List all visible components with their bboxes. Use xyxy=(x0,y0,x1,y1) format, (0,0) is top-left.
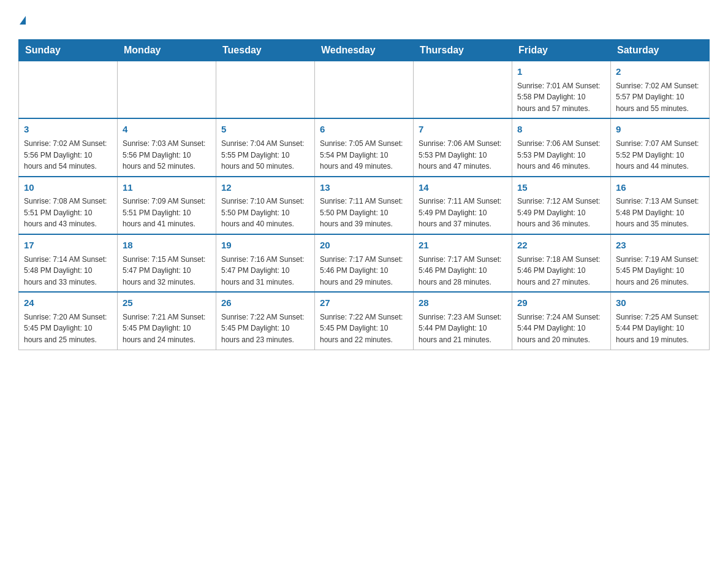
calendar-cell: 29Sunrise: 7:24 AM Sunset: 5:44 PM Dayli… xyxy=(512,292,611,350)
day-info: Sunrise: 7:24 AM Sunset: 5:44 PM Dayligh… xyxy=(517,312,605,346)
calendar-cell: 18Sunrise: 7:15 AM Sunset: 5:47 PM Dayli… xyxy=(118,234,216,292)
day-number: 10 xyxy=(24,181,112,195)
day-number: 3 xyxy=(24,123,112,137)
day-number: 7 xyxy=(419,123,507,137)
calendar-cell: 19Sunrise: 7:16 AM Sunset: 5:47 PM Dayli… xyxy=(216,234,315,292)
calendar-week-row: 10Sunrise: 7:08 AM Sunset: 5:51 PM Dayli… xyxy=(19,177,710,234)
day-number: 2 xyxy=(616,65,704,79)
day-info: Sunrise: 7:19 AM Sunset: 5:45 PM Dayligh… xyxy=(616,254,704,288)
logo-general-text xyxy=(18,12,26,27)
calendar-cell xyxy=(315,61,414,119)
day-number: 11 xyxy=(123,181,211,195)
day-number: 8 xyxy=(517,123,605,137)
day-info: Sunrise: 7:15 AM Sunset: 5:47 PM Dayligh… xyxy=(123,254,211,288)
calendar-cell: 5Sunrise: 7:04 AM Sunset: 5:55 PM Daylig… xyxy=(216,118,315,176)
day-number: 22 xyxy=(517,239,605,253)
weekday-header-thursday: Thursday xyxy=(414,40,512,61)
calendar-cell: 22Sunrise: 7:18 AM Sunset: 5:46 PM Dayli… xyxy=(512,234,611,292)
calendar-cell: 13Sunrise: 7:11 AM Sunset: 5:50 PM Dayli… xyxy=(315,177,414,234)
weekday-header-sunday: Sunday xyxy=(19,40,118,61)
day-info: Sunrise: 7:17 AM Sunset: 5:46 PM Dayligh… xyxy=(419,254,507,288)
day-number: 23 xyxy=(616,239,704,253)
day-info: Sunrise: 7:17 AM Sunset: 5:46 PM Dayligh… xyxy=(320,254,408,288)
day-number: 6 xyxy=(320,123,408,137)
day-info: Sunrise: 7:23 AM Sunset: 5:44 PM Dayligh… xyxy=(419,312,507,346)
weekday-header-row: SundayMondayTuesdayWednesdayThursdayFrid… xyxy=(19,40,710,61)
day-number: 26 xyxy=(221,296,309,310)
day-info: Sunrise: 7:13 AM Sunset: 5:48 PM Dayligh… xyxy=(616,196,704,230)
calendar-cell: 1Sunrise: 7:01 AM Sunset: 5:58 PM Daylig… xyxy=(512,61,611,119)
day-number: 30 xyxy=(616,296,704,310)
logo-triangle-icon xyxy=(20,16,26,25)
day-number: 14 xyxy=(419,181,507,195)
day-info: Sunrise: 7:02 AM Sunset: 5:56 PM Dayligh… xyxy=(24,138,112,172)
calendar-cell: 25Sunrise: 7:21 AM Sunset: 5:45 PM Dayli… xyxy=(118,292,216,350)
calendar-cell: 9Sunrise: 7:07 AM Sunset: 5:52 PM Daylig… xyxy=(611,118,710,176)
day-info: Sunrise: 7:08 AM Sunset: 5:51 PM Dayligh… xyxy=(24,196,112,230)
weekday-header-saturday: Saturday xyxy=(611,40,710,61)
day-info: Sunrise: 7:18 AM Sunset: 5:46 PM Dayligh… xyxy=(517,254,605,288)
calendar-cell xyxy=(19,61,118,119)
day-info: Sunrise: 7:21 AM Sunset: 5:45 PM Dayligh… xyxy=(123,312,211,346)
day-number: 28 xyxy=(419,296,507,310)
day-info: Sunrise: 7:16 AM Sunset: 5:47 PM Dayligh… xyxy=(221,254,309,288)
calendar-cell: 28Sunrise: 7:23 AM Sunset: 5:44 PM Dayli… xyxy=(414,292,512,350)
calendar-cell: 8Sunrise: 7:06 AM Sunset: 5:53 PM Daylig… xyxy=(512,118,611,176)
calendar-cell: 7Sunrise: 7:06 AM Sunset: 5:53 PM Daylig… xyxy=(414,118,512,176)
calendar-cell: 6Sunrise: 7:05 AM Sunset: 5:54 PM Daylig… xyxy=(315,118,414,176)
calendar-cell: 10Sunrise: 7:08 AM Sunset: 5:51 PM Dayli… xyxy=(19,177,118,234)
day-number: 24 xyxy=(24,296,112,310)
day-info: Sunrise: 7:01 AM Sunset: 5:58 PM Dayligh… xyxy=(517,80,605,115)
day-number: 9 xyxy=(616,123,704,137)
weekday-header-wednesday: Wednesday xyxy=(315,40,414,61)
calendar-week-row: 24Sunrise: 7:20 AM Sunset: 5:45 PM Dayli… xyxy=(19,292,710,350)
day-number: 15 xyxy=(517,181,605,195)
calendar-cell xyxy=(414,61,512,119)
calendar-cell: 12Sunrise: 7:10 AM Sunset: 5:50 PM Dayli… xyxy=(216,177,315,234)
day-info: Sunrise: 7:11 AM Sunset: 5:50 PM Dayligh… xyxy=(320,196,408,230)
day-number: 12 xyxy=(221,181,309,195)
calendar-cell: 11Sunrise: 7:09 AM Sunset: 5:51 PM Dayli… xyxy=(118,177,216,234)
calendar-week-row: 17Sunrise: 7:14 AM Sunset: 5:48 PM Dayli… xyxy=(19,234,710,292)
day-number: 18 xyxy=(123,239,211,253)
day-info: Sunrise: 7:09 AM Sunset: 5:51 PM Dayligh… xyxy=(123,196,211,230)
day-info: Sunrise: 7:14 AM Sunset: 5:48 PM Dayligh… xyxy=(24,254,112,288)
day-info: Sunrise: 7:22 AM Sunset: 5:45 PM Dayligh… xyxy=(320,312,408,346)
day-number: 27 xyxy=(320,296,408,310)
day-info: Sunrise: 7:04 AM Sunset: 5:55 PM Dayligh… xyxy=(221,138,309,172)
day-number: 20 xyxy=(320,239,408,253)
day-number: 1 xyxy=(517,65,605,79)
day-info: Sunrise: 7:11 AM Sunset: 5:49 PM Dayligh… xyxy=(419,196,507,230)
day-number: 19 xyxy=(221,239,309,253)
day-number: 16 xyxy=(616,181,704,195)
day-number: 25 xyxy=(123,296,211,310)
day-info: Sunrise: 7:12 AM Sunset: 5:49 PM Dayligh… xyxy=(517,196,605,230)
day-info: Sunrise: 7:20 AM Sunset: 5:45 PM Dayligh… xyxy=(24,312,112,346)
day-info: Sunrise: 7:02 AM Sunset: 5:57 PM Dayligh… xyxy=(616,80,704,115)
day-number: 13 xyxy=(320,181,408,195)
weekday-header-monday: Monday xyxy=(118,40,216,61)
page-header xyxy=(18,12,710,27)
logo xyxy=(18,12,26,27)
calendar-cell: 2Sunrise: 7:02 AM Sunset: 5:57 PM Daylig… xyxy=(611,61,710,119)
day-info: Sunrise: 7:22 AM Sunset: 5:45 PM Dayligh… xyxy=(221,312,309,346)
calendar-cell: 26Sunrise: 7:22 AM Sunset: 5:45 PM Dayli… xyxy=(216,292,315,350)
calendar-cell: 16Sunrise: 7:13 AM Sunset: 5:48 PM Dayli… xyxy=(611,177,710,234)
day-number: 21 xyxy=(419,239,507,253)
calendar-cell: 20Sunrise: 7:17 AM Sunset: 5:46 PM Dayli… xyxy=(315,234,414,292)
calendar-cell: 4Sunrise: 7:03 AM Sunset: 5:56 PM Daylig… xyxy=(118,118,216,176)
day-info: Sunrise: 7:10 AM Sunset: 5:50 PM Dayligh… xyxy=(221,196,309,230)
calendar-week-row: 3Sunrise: 7:02 AM Sunset: 5:56 PM Daylig… xyxy=(19,118,710,176)
day-info: Sunrise: 7:06 AM Sunset: 5:53 PM Dayligh… xyxy=(419,138,507,172)
calendar-cell xyxy=(118,61,216,119)
calendar-cell: 15Sunrise: 7:12 AM Sunset: 5:49 PM Dayli… xyxy=(512,177,611,234)
day-info: Sunrise: 7:05 AM Sunset: 5:54 PM Dayligh… xyxy=(320,138,408,172)
calendar-cell: 23Sunrise: 7:19 AM Sunset: 5:45 PM Dayli… xyxy=(611,234,710,292)
weekday-header-tuesday: Tuesday xyxy=(216,40,315,61)
day-number: 17 xyxy=(24,239,112,253)
day-info: Sunrise: 7:06 AM Sunset: 5:53 PM Dayligh… xyxy=(517,138,605,172)
calendar-cell: 14Sunrise: 7:11 AM Sunset: 5:49 PM Dayli… xyxy=(414,177,512,234)
day-number: 5 xyxy=(221,123,309,137)
calendar-table: SundayMondayTuesdayWednesdayThursdayFrid… xyxy=(18,39,710,350)
day-number: 4 xyxy=(123,123,211,137)
